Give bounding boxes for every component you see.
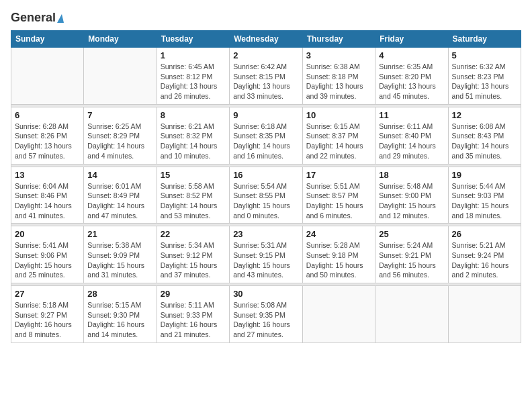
day-info: Sunrise: 5:11 AM Sunset: 9:33 PM Dayligh… xyxy=(161,300,226,340)
calendar-week-row: 1Sunrise: 6:45 AM Sunset: 8:12 PM Daylig… xyxy=(11,48,521,105)
calendar-day-cell xyxy=(11,48,84,105)
calendar-day-cell: 27Sunrise: 5:18 AM Sunset: 9:27 PM Dayli… xyxy=(11,286,84,343)
day-number: 26 xyxy=(452,229,518,239)
day-number: 4 xyxy=(379,50,444,60)
day-info: Sunrise: 6:04 AM Sunset: 8:46 PM Dayligh… xyxy=(15,181,80,221)
day-number: 18 xyxy=(379,170,444,180)
day-number: 29 xyxy=(161,289,226,299)
weekday-header: Thursday xyxy=(302,31,375,48)
header: General xyxy=(11,11,521,25)
calendar-day-cell: 17Sunrise: 5:51 AM Sunset: 8:57 PM Dayli… xyxy=(302,167,375,224)
day-info: Sunrise: 5:18 AM Sunset: 9:27 PM Dayligh… xyxy=(15,300,80,340)
calendar-week-row: 13Sunrise: 6:04 AM Sunset: 8:46 PM Dayli… xyxy=(11,167,521,224)
calendar-day-cell: 10Sunrise: 6:15 AM Sunset: 8:37 PM Dayli… xyxy=(302,107,375,164)
day-info: Sunrise: 5:54 AM Sunset: 8:55 PM Dayligh… xyxy=(233,181,299,221)
weekday-header: Sunday xyxy=(11,31,84,48)
day-info: Sunrise: 5:58 AM Sunset: 8:52 PM Dayligh… xyxy=(161,181,226,221)
day-number: 28 xyxy=(87,289,152,299)
calendar-week-row: 27Sunrise: 5:18 AM Sunset: 9:27 PM Dayli… xyxy=(11,286,521,343)
day-number: 15 xyxy=(161,170,226,180)
calendar-week-row: 6Sunrise: 6:28 AM Sunset: 8:26 PM Daylig… xyxy=(11,107,521,164)
calendar-day-cell: 12Sunrise: 6:08 AM Sunset: 8:43 PM Dayli… xyxy=(448,107,521,164)
calendar-day-cell: 16Sunrise: 5:54 AM Sunset: 8:55 PM Dayli… xyxy=(230,167,303,224)
calendar-day-cell: 23Sunrise: 5:31 AM Sunset: 9:15 PM Dayli… xyxy=(230,226,303,283)
day-number: 24 xyxy=(306,229,371,239)
calendar-day-cell: 22Sunrise: 5:34 AM Sunset: 9:12 PM Dayli… xyxy=(157,226,229,283)
day-number: 5 xyxy=(452,50,518,60)
calendar-day-cell: 28Sunrise: 5:15 AM Sunset: 9:30 PM Dayli… xyxy=(84,286,157,343)
day-info: Sunrise: 5:34 AM Sunset: 9:12 PM Dayligh… xyxy=(161,240,226,280)
day-number: 17 xyxy=(306,170,371,180)
calendar-day-cell: 21Sunrise: 5:38 AM Sunset: 9:09 PM Dayli… xyxy=(84,226,157,283)
day-number: 19 xyxy=(452,170,518,180)
weekday-header: Tuesday xyxy=(157,31,229,48)
day-info: Sunrise: 6:42 AM Sunset: 8:15 PM Dayligh… xyxy=(233,62,299,101)
calendar-day-cell: 20Sunrise: 5:41 AM Sunset: 9:06 PM Dayli… xyxy=(11,226,84,283)
day-number: 7 xyxy=(87,110,152,120)
calendar-day-cell: 29Sunrise: 5:11 AM Sunset: 9:33 PM Dayli… xyxy=(157,286,229,343)
day-number: 22 xyxy=(161,229,226,239)
day-info: Sunrise: 5:24 AM Sunset: 9:21 PM Dayligh… xyxy=(379,240,444,280)
calendar-day-cell: 25Sunrise: 5:24 AM Sunset: 9:21 PM Dayli… xyxy=(375,226,448,283)
day-info: Sunrise: 6:08 AM Sunset: 8:43 PM Dayligh… xyxy=(452,122,518,161)
day-number: 10 xyxy=(306,110,371,120)
day-info: Sunrise: 6:38 AM Sunset: 8:18 PM Dayligh… xyxy=(306,62,371,101)
day-number: 13 xyxy=(15,170,80,180)
day-info: Sunrise: 6:32 AM Sunset: 8:23 PM Dayligh… xyxy=(452,62,518,101)
logo: General xyxy=(11,11,64,25)
day-number: 11 xyxy=(379,110,444,120)
calendar-day-cell: 1Sunrise: 6:45 AM Sunset: 8:12 PM Daylig… xyxy=(157,48,229,105)
day-info: Sunrise: 6:11 AM Sunset: 8:40 PM Dayligh… xyxy=(379,122,444,161)
day-number: 1 xyxy=(161,50,226,60)
day-number: 30 xyxy=(233,289,299,299)
calendar-day-cell: 19Sunrise: 5:44 AM Sunset: 9:03 PM Dayli… xyxy=(448,167,521,224)
day-number: 16 xyxy=(233,170,299,180)
day-number: 9 xyxy=(233,110,299,120)
weekday-header: Friday xyxy=(375,31,448,48)
weekday-header: Wednesday xyxy=(230,31,303,48)
day-number: 23 xyxy=(233,229,299,239)
calendar-header-row: SundayMondayTuesdayWednesdayThursdayFrid… xyxy=(11,31,521,48)
calendar: SundayMondayTuesdayWednesdayThursdayFrid… xyxy=(11,30,521,343)
calendar-body: 1Sunrise: 6:45 AM Sunset: 8:12 PM Daylig… xyxy=(11,48,521,343)
day-info: Sunrise: 5:21 AM Sunset: 9:24 PM Dayligh… xyxy=(452,240,518,280)
calendar-day-cell: 7Sunrise: 6:25 AM Sunset: 8:29 PM Daylig… xyxy=(84,107,157,164)
calendar-day-cell: 6Sunrise: 6:28 AM Sunset: 8:26 PM Daylig… xyxy=(11,107,84,164)
calendar-day-cell: 24Sunrise: 5:28 AM Sunset: 9:18 PM Dayli… xyxy=(302,226,375,283)
calendar-day-cell xyxy=(448,286,521,343)
day-info: Sunrise: 5:41 AM Sunset: 9:06 PM Dayligh… xyxy=(15,240,80,280)
calendar-day-cell xyxy=(302,286,375,343)
calendar-day-cell: 13Sunrise: 6:04 AM Sunset: 8:46 PM Dayli… xyxy=(11,167,84,224)
day-number: 6 xyxy=(15,110,80,120)
day-number: 20 xyxy=(15,229,80,239)
calendar-day-cell: 4Sunrise: 6:35 AM Sunset: 8:20 PM Daylig… xyxy=(375,48,448,105)
day-info: Sunrise: 5:48 AM Sunset: 9:00 PM Dayligh… xyxy=(379,181,444,221)
day-number: 12 xyxy=(452,110,518,120)
day-info: Sunrise: 6:21 AM Sunset: 8:32 PM Dayligh… xyxy=(161,122,226,161)
weekday-header: Monday xyxy=(84,31,157,48)
calendar-day-cell: 3Sunrise: 6:38 AM Sunset: 8:18 PM Daylig… xyxy=(302,48,375,105)
day-number: 14 xyxy=(87,170,152,180)
day-info: Sunrise: 6:18 AM Sunset: 8:35 PM Dayligh… xyxy=(233,122,299,161)
day-info: Sunrise: 5:38 AM Sunset: 9:09 PM Dayligh… xyxy=(87,240,152,280)
logo-general: General xyxy=(11,11,64,25)
day-number: 3 xyxy=(306,50,371,60)
day-info: Sunrise: 6:25 AM Sunset: 8:29 PM Dayligh… xyxy=(87,122,152,161)
calendar-day-cell xyxy=(375,286,448,343)
day-info: Sunrise: 5:51 AM Sunset: 8:57 PM Dayligh… xyxy=(306,181,371,221)
day-number: 8 xyxy=(161,110,226,120)
calendar-day-cell: 5Sunrise: 6:32 AM Sunset: 8:23 PM Daylig… xyxy=(448,48,521,105)
day-info: Sunrise: 6:15 AM Sunset: 8:37 PM Dayligh… xyxy=(306,122,371,161)
calendar-day-cell: 11Sunrise: 6:11 AM Sunset: 8:40 PM Dayli… xyxy=(375,107,448,164)
calendar-day-cell xyxy=(84,48,157,105)
calendar-day-cell: 18Sunrise: 5:48 AM Sunset: 9:00 PM Dayli… xyxy=(375,167,448,224)
day-info: Sunrise: 5:28 AM Sunset: 9:18 PM Dayligh… xyxy=(306,240,371,280)
day-number: 21 xyxy=(87,229,152,239)
calendar-day-cell: 30Sunrise: 5:08 AM Sunset: 9:35 PM Dayli… xyxy=(230,286,303,343)
day-info: Sunrise: 5:08 AM Sunset: 9:35 PM Dayligh… xyxy=(233,300,299,340)
day-info: Sunrise: 5:31 AM Sunset: 9:15 PM Dayligh… xyxy=(233,240,299,280)
day-info: Sunrise: 6:01 AM Sunset: 8:49 PM Dayligh… xyxy=(87,181,152,221)
calendar-day-cell: 15Sunrise: 5:58 AM Sunset: 8:52 PM Dayli… xyxy=(157,167,229,224)
day-info: Sunrise: 6:28 AM Sunset: 8:26 PM Dayligh… xyxy=(15,122,80,161)
calendar-day-cell: 9Sunrise: 6:18 AM Sunset: 8:35 PM Daylig… xyxy=(230,107,303,164)
